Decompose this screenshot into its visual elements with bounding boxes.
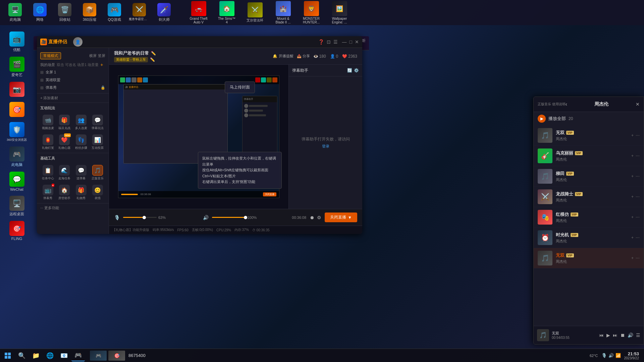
basic-gift-show[interactable]: 🎁 礼物秀 bbox=[73, 183, 89, 202]
speaker-icon[interactable]: 🔊 bbox=[203, 215, 209, 220]
sidebar-wechat[interactable]: 💬 WeChat bbox=[5, 170, 29, 193]
player-next-btn[interactable]: ⏭ bbox=[613, 333, 618, 338]
app-maximize-btn[interactable]: □ bbox=[350, 39, 352, 45]
game-wallpaper-engine[interactable]: 🖼️ WallpaperEngine: ... bbox=[326, 1, 353, 24]
add-scene-btn[interactable]: + bbox=[100, 62, 103, 67]
song-more5[interactable]: ⋯ bbox=[636, 215, 640, 220]
song-wushuang-1[interactable]: 🎵 无双 VIP 周杰伦 + ⋯ bbox=[534, 125, 644, 146]
app-minimize-btn[interactable]: — bbox=[342, 39, 347, 45]
layout-vertical[interactable]: 竖屏 bbox=[98, 53, 105, 58]
basic-danmu-gift[interactable]: 💬 送弹幕 bbox=[73, 164, 89, 182]
song-more6[interactable]: ⋯ bbox=[636, 235, 640, 240]
layout-horizontal[interactable]: 横屏 bbox=[89, 53, 97, 58]
broadcast-reminder-btn[interactable]: 🔔 开播提醒 bbox=[273, 54, 293, 59]
song-more-action[interactable]: ⋯ bbox=[636, 133, 640, 138]
song-wushuang-playing[interactable]: 🎵 无双 VIP 周杰伦 + ⋯ bbox=[534, 248, 644, 268]
end-stream-button[interactable]: 关闭直播 ▼ bbox=[325, 213, 357, 222]
taskbar-files[interactable]: 📁 bbox=[29, 350, 43, 361]
sidebar-steam[interactable]: 🎮 此电脑 bbox=[5, 145, 29, 169]
add-asset-button[interactable]: + 添加素材 bbox=[37, 93, 109, 103]
more-functions-btn[interactable]: ··· 更多功能 bbox=[37, 203, 109, 213]
speaker-slider-track[interactable] bbox=[212, 217, 246, 218]
mic-slider-thumb[interactable] bbox=[143, 216, 146, 219]
music-close-btn[interactable]: ✕ bbox=[636, 102, 640, 107]
scene-danmu[interactable]: ⊞ 弹幕秀 🔒 bbox=[37, 84, 109, 92]
sidebar-remote[interactable]: 🖥️ 远程桌面 bbox=[5, 194, 29, 218]
taskbar-app2[interactable]: 🎯 bbox=[108, 351, 125, 361]
song-add-action[interactable]: + bbox=[631, 133, 634, 138]
mic-slider-track[interactable] bbox=[123, 217, 157, 218]
song-add2[interactable]: + bbox=[631, 154, 634, 158]
upload-cover-btn[interactable]: 马上传封面 bbox=[225, 81, 255, 93]
stream-title-edit-icon[interactable]: ✏️ bbox=[151, 51, 156, 56]
song-ukulele[interactable]: 🎸 乌克丽丽 VIP 周杰伦 + ⋯ bbox=[534, 146, 644, 166]
basic-danmuxiu[interactable]: 📺 ● 弹幕秀 bbox=[40, 183, 56, 202]
app-settings-icon[interactable]: ☰ bbox=[333, 39, 338, 45]
song-dragon[interactable]: ⚔️ 龙战骑士 VIP 周杰伦 + ⋯ bbox=[534, 187, 644, 207]
icon-computer[interactable]: 🖥️ 此电脑 bbox=[3, 2, 27, 23]
tool-interactive-vote[interactable]: 📊 互动投票 bbox=[90, 133, 106, 152]
game-gta[interactable]: 🚗 Grand TheftAuto V bbox=[185, 1, 212, 24]
tool-gift-wish[interactable]: ❤️ new 礼物心愿 bbox=[57, 133, 72, 152]
stream-tag-edit-icon[interactable]: ✏️ bbox=[150, 57, 155, 62]
song-add3[interactable]: + bbox=[631, 174, 634, 179]
icon-warcraft[interactable]: ⚔️ 魔兽争霸官方对战平台 bbox=[127, 2, 151, 23]
player-stop-btn[interactable]: ⏹ bbox=[620, 333, 625, 338]
video-record-icon[interactable]: ⏺ bbox=[310, 215, 314, 220]
song-timemachine[interactable]: ⏰ 时光机 VIP 周杰伦 + ⋯ bbox=[534, 228, 644, 248]
app-close-btn[interactable]: ✕ bbox=[355, 39, 359, 45]
tray-mic-icon[interactable]: 🎙️ bbox=[601, 353, 607, 358]
sidebar-photo[interactable]: 📷 bbox=[5, 80, 29, 99]
danmu-panel-refresh[interactable]: 🔄 bbox=[347, 68, 352, 73]
scene-fullscreen[interactable]: ⊞ 全屏 1 bbox=[37, 68, 109, 76]
player-list-btn[interactable]: ☰ bbox=[636, 333, 640, 338]
icon-network[interactable]: 🌐 网络 bbox=[28, 2, 52, 23]
player-prev-btn[interactable]: ⏮ bbox=[599, 333, 604, 338]
taskbar-streaming[interactable]: 🎮 bbox=[71, 350, 85, 361]
player-play-btn[interactable]: ▶ bbox=[606, 333, 610, 338]
play-all-btn[interactable]: ▶ bbox=[538, 115, 546, 123]
song-titian[interactable]: 🎵 梯田 VIP 周杰伦 + ⋯ bbox=[534, 166, 644, 187]
sidebar-youku[interactable]: 📺 优酷 bbox=[5, 30, 29, 54]
danmu-login-link[interactable]: 登录 bbox=[322, 144, 329, 149]
song-more3[interactable]: ⋯ bbox=[636, 174, 640, 179]
sidebar-360browser[interactable]: 🛡️ 360安全浏览器 bbox=[5, 121, 29, 143]
tray-network-icon[interactable]: 📶 bbox=[615, 353, 621, 358]
mode-button[interactable]: 常规模式 bbox=[40, 52, 61, 59]
taskbar-email[interactable]: 📧 bbox=[57, 350, 71, 361]
tool-fan-steps[interactable]: 👣 粉丝步骤 bbox=[73, 133, 89, 152]
game-eldenring[interactable]: ⚔️ 艾尔登法环 bbox=[241, 1, 268, 24]
sidebar-icon4[interactable]: 🎯 bbox=[5, 101, 29, 119]
app-avatar[interactable]: 👤 bbox=[73, 37, 83, 47]
tool-video-mic[interactable]: 📹 视频连麦 bbox=[40, 113, 56, 132]
sidebar-fling[interactable]: 🎯 FLING bbox=[5, 220, 29, 242]
mic-icon[interactable]: 🎙️ bbox=[114, 215, 120, 220]
basic-music[interactable]: 🎵 正版音乐 bbox=[90, 164, 106, 182]
taskbar-game-icon[interactable]: 🎮 bbox=[90, 351, 107, 361]
song-red-imitation[interactable]: 🎭 红模仿 VIP 周杰伦 + ⋯ bbox=[534, 207, 644, 228]
icon-360zip[interactable]: 📦 360压缩 bbox=[78, 2, 101, 23]
basic-emoji[interactable]: 😊 表情 bbox=[90, 183, 106, 202]
game-mountblade[interactable]: 🏰 Mount &Blade II ... bbox=[270, 1, 297, 24]
scene-lol[interactable]: ⊞ 英雄联盟 bbox=[37, 76, 109, 84]
danmu-panel-settings[interactable]: ⚙️ bbox=[354, 68, 359, 73]
player-volume-btn[interactable]: 🔊 bbox=[628, 333, 633, 338]
basic-room-manager[interactable]: 🏠 房管助手 bbox=[57, 183, 72, 202]
song-add5[interactable]: + bbox=[631, 215, 634, 220]
start-button[interactable] bbox=[2, 350, 13, 361]
icon-recycle[interactable]: 🗑️ 回收站 bbox=[53, 2, 76, 23]
tool-gift-lantern[interactable]: 🏮 礼物灯笼 bbox=[40, 133, 56, 152]
app-help-icon[interactable]: ❓ bbox=[318, 39, 324, 45]
app-pip-icon[interactable]: ⊡ bbox=[327, 39, 331, 45]
taskbar-search[interactable]: 🔍 bbox=[15, 350, 29, 361]
game-mhw[interactable]: 🦁 MONSTERHUNTER... bbox=[298, 1, 325, 24]
tool-multi-mic[interactable]: 👥 多人连麦 bbox=[73, 113, 89, 132]
song-add4[interactable]: + bbox=[631, 194, 634, 199]
icon-jiandashu[interactable]: 🗡️ 剑大师 bbox=[152, 2, 176, 23]
share-btn[interactable]: 📤 分享 bbox=[297, 54, 310, 59]
icon-qqgame[interactable]: 🎮 QQ游戏 bbox=[103, 2, 126, 23]
song-add7[interactable]: + bbox=[631, 256, 634, 260]
video-settings-icon[interactable]: ⚙ bbox=[317, 215, 321, 220]
basic-task-center[interactable]: 📋 任务中心 bbox=[40, 164, 56, 182]
speaker-slider-thumb[interactable] bbox=[244, 216, 247, 219]
